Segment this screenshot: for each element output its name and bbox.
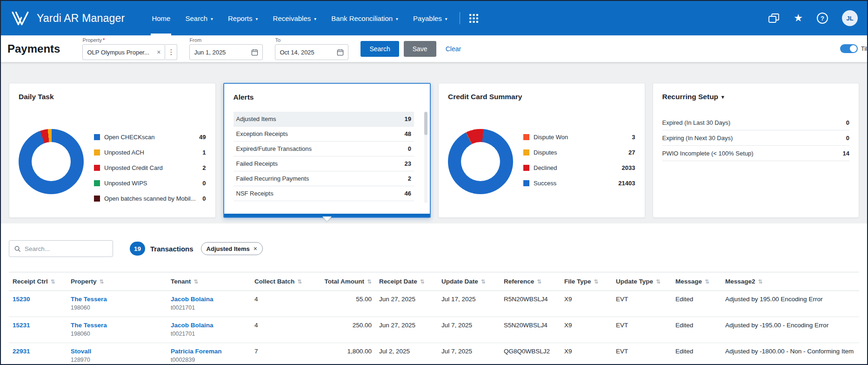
close-icon[interactable]: × [157,48,160,56]
nav-item-receivables[interactable]: Receivables▾ [266,1,324,35]
recurring-item-pwio-incomplete-100-setup[interactable]: PWIO Incomplete (< 100% Setup)14 [662,146,850,161]
cell-value: X9 [564,296,572,303]
alert-item-exception-receipts[interactable]: Exception Receipts48 [234,127,414,142]
daily-task-card[interactable]: Daily Task Open CHECKscan49Unposted ACH1… [9,83,216,218]
alert-item-label: Exception Receipts [236,130,288,137]
nav-item-reports[interactable]: Reports▾ [220,1,266,35]
alert-item-failed-recurring-payments[interactable]: Failed Recurring Payments2 [234,171,414,186]
credit-card-legend-item[interactable]: Declined2033 [523,160,635,176]
cell-value: Jul 7, 2025 [441,348,472,355]
tenant-link[interactable]: Patricia Foreman [171,348,222,355]
sort-icon[interactable]: ⇅ [100,278,104,285]
receipt-ctrl-link[interactable]: 15230 [13,296,30,303]
sort-icon[interactable]: ⇅ [194,278,198,285]
credit-card-legend-item[interactable]: Dispute Won3 [523,129,635,145]
alert-item-failed-receipts[interactable]: Failed Receipts23 [234,156,414,171]
calendar-icon[interactable] [337,49,344,56]
column-header-tenant[interactable]: Tenant⇅ [167,272,251,291]
filter-chip[interactable]: Adjusted Items × [201,242,263,255]
alerts-card[interactable]: Alerts Adjusted Items19Exception Receipt… [223,83,431,218]
recurring-setup-dropdown[interactable]: Recurring Setup ▾ [662,93,850,101]
column-header-total-amount[interactable]: Total Amount⇅ [316,272,375,291]
cell-update-date: Jul 7, 2025 [438,317,500,343]
to-date-input[interactable]: Oct 14, 2025 [275,44,348,60]
app-grid-button[interactable] [467,11,481,26]
save-button[interactable]: Save [404,41,436,57]
transaction-row[interactable]: 15231The Tessera198060Jacob Bolainat0021… [9,317,859,343]
nav-item-payables[interactable]: Payables▾ [406,1,455,35]
receipt-ctrl-link[interactable]: 22931 [13,348,30,355]
nav-item-bank-reconciliation[interactable]: Bank Reconciliation▾ [324,1,406,35]
column-header-update-type[interactable]: Update Type⇅ [612,272,672,291]
credit-card-legend-item[interactable]: Success21403 [523,176,635,191]
daily-task-legend-item[interactable]: Open batches scanned by Mobil...0 [94,191,206,206]
scrollbar-track[interactable] [424,112,427,203]
column-header-file-type[interactable]: File Type⇅ [561,272,612,291]
scrollbar-thumb[interactable] [424,112,427,135]
daily-task-legend-item[interactable]: Open CHECKscan49 [94,129,206,145]
property-options-button[interactable]: ⋮ [165,44,177,60]
daily-task-legend-item[interactable]: Unposted ACH1 [94,145,206,160]
sort-icon[interactable]: ⇅ [758,278,763,285]
column-header-message2[interactable]: Message2⇅ [721,272,859,291]
search-input[interactable] [25,245,108,252]
sort-icon[interactable]: ⇅ [594,278,599,285]
recurring-item-expired-in-last-30-days[interactable]: Expired (In Last 30 Days)0 [662,115,850,130]
property-link[interactable]: The Tessera [71,296,107,303]
stacked-windows-button[interactable] [768,13,780,24]
favorites-button[interactable]: ★ [794,13,803,23]
alert-item-adjusted-items[interactable]: Adjusted Items19 [234,112,414,127]
credit-card-legend-item[interactable]: Disputes27 [523,145,635,160]
sort-icon[interactable]: ⇅ [705,278,709,285]
credit-card-summary-card[interactable]: Credit Card Summary Dispute Won3Disputes… [438,83,645,218]
nav-item-home[interactable]: Home [144,1,178,35]
tiles-toggle[interactable] [840,44,858,53]
sort-icon[interactable]: ⇅ [420,278,425,285]
recurring-item-expiring-in-next-30-days[interactable]: Expiring (In Next 30 Days)0 [662,130,850,146]
column-header-update-date[interactable]: Update Date⇅ [438,272,500,291]
table-search[interactable] [9,240,113,257]
cell-value: X9 [564,322,572,329]
nav-item-search[interactable]: Search▾ [178,1,220,35]
column-header-receipt-ctrl[interactable]: Receipt Ctrl⇅ [9,272,67,291]
daily-task-legend-item[interactable]: Unposted Credit Card2 [94,160,206,176]
property-link[interactable]: The Tessera [71,322,107,329]
column-header-receipt-date[interactable]: Receipt Date⇅ [375,272,438,291]
avatar[interactable]: JL [842,10,858,26]
column-header-reference[interactable]: Reference⇅ [500,272,561,291]
calendar-icon[interactable] [251,49,258,56]
tenant-link[interactable]: Jacob Bolaina [171,322,214,329]
daily-task-legend-item[interactable]: Unposted WIPS0 [94,176,206,191]
property-link[interactable]: Stovall [71,348,91,355]
transactions-table: Receipt Ctrl⇅Property⇅Tenant⇅Collect Bat… [9,272,859,364]
search-button[interactable]: Search [361,41,399,57]
tenant-link[interactable]: Jacob Bolaina [171,296,214,303]
chevron-down-icon: ▾ [211,16,213,21]
transaction-row[interactable]: 22931Stovall128970Patricia Foremant00028… [9,343,859,365]
sort-icon[interactable]: ⇅ [367,278,372,285]
sort-icon[interactable]: ⇅ [297,278,302,285]
sort-icon[interactable]: ⇅ [51,278,55,285]
brand[interactable]: Yardi AR Manager [10,10,125,26]
cell-value: 55.00 [356,296,372,303]
clear-link[interactable]: Clear [446,45,461,53]
daily-task-legend: Open CHECKscan49Unposted ACH1Unposted Cr… [94,129,206,206]
legend-label: Declined [534,164,618,171]
close-icon[interactable]: × [254,245,257,252]
sort-icon[interactable]: ⇅ [656,278,661,285]
cell-update-date: Jul 7, 2025 [438,343,500,365]
column-header-message[interactable]: Message⇅ [672,272,721,291]
sort-icon[interactable]: ⇅ [537,278,541,285]
property-input[interactable]: OLP Olympus Proper... × [82,44,165,60]
alert-item-expired-future-transactions[interactable]: Expired/Future Transactions0 [234,142,414,156]
column-header-property[interactable]: Property⇅ [67,272,167,291]
from-date-input[interactable]: Jun 1, 2025 [189,44,263,60]
transaction-row[interactable]: 15230The Tessera198060Jacob Bolainat0021… [9,291,859,317]
column-header-collect-batch[interactable]: Collect Batch⇅ [251,272,316,291]
sort-icon[interactable]: ⇅ [481,278,486,285]
help-button[interactable]: ? [817,13,828,24]
recurring-setup-card[interactable]: Recurring Setup ▾ Expired (In Last 30 Da… [653,83,860,218]
nav-item-label: Bank Reconciliation [331,14,393,22]
alert-item-nsf-receipts[interactable]: NSF Receipts46 [234,186,414,201]
receipt-ctrl-link[interactable]: 15231 [13,322,30,329]
